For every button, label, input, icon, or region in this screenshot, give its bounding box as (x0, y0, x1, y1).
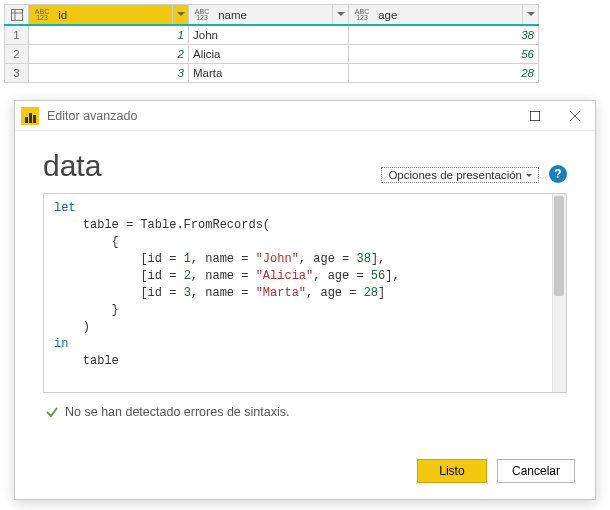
done-button[interactable]: Listo (417, 459, 487, 483)
display-options-label: Opciones de presentación (388, 169, 522, 181)
syntax-status: No se han detectado errores de sintaxis. (45, 405, 567, 419)
column-filter-dropdown[interactable] (332, 5, 348, 24)
cell-age[interactable]: 38 (349, 25, 539, 45)
cancel-button[interactable]: Cancelar (497, 459, 575, 483)
check-icon (45, 405, 59, 419)
row-number: 3 (5, 63, 29, 82)
scrollbar-thumb[interactable] (554, 196, 564, 296)
scrollbar-track[interactable] (552, 194, 566, 392)
table-icon (11, 9, 23, 21)
table-row[interactable]: 1 1 John 38 (5, 25, 539, 45)
cell-name[interactable]: John (189, 25, 349, 45)
close-icon (570, 111, 580, 121)
cell-id[interactable]: 2 (29, 44, 189, 63)
select-all-corner[interactable] (5, 5, 29, 25)
row-number: 2 (5, 44, 29, 63)
data-grid: ABC 123 id ABC 123 name ABC 123 age 1 1 … (4, 4, 539, 83)
type-icon: ABC 123 (191, 9, 213, 21)
help-icon[interactable]: ? (549, 165, 567, 183)
close-button[interactable] (555, 101, 595, 131)
type-icon: ABC 123 (31, 9, 53, 21)
column-label: name (216, 9, 247, 21)
column-label: age (376, 9, 397, 21)
cell-age[interactable]: 28 (349, 63, 539, 82)
table-row[interactable]: 2 2 Alicia 56 (5, 44, 539, 63)
svg-rect-3 (531, 111, 540, 120)
code-editor[interactable]: let table = Table.FromRecords( { [id = 1… (43, 193, 567, 393)
type-icon: ABC 123 (351, 9, 373, 21)
column-filter-dropdown[interactable] (172, 5, 188, 24)
cell-name[interactable]: Marta (189, 63, 349, 82)
cell-id[interactable]: 3 (29, 63, 189, 82)
column-header-name[interactable]: ABC 123 name (189, 5, 349, 25)
code-content[interactable]: let table = Table.FromRecords( { [id = 1… (44, 194, 566, 376)
cell-name[interactable]: Alicia (189, 44, 349, 63)
window-title: Editor avanzado (47, 109, 515, 123)
column-label: id (56, 9, 67, 21)
row-number: 1 (5, 25, 29, 45)
query-name-heading: data (43, 149, 381, 183)
advanced-editor-dialog: Editor avanzado data Opciones de present… (14, 100, 596, 500)
syntax-status-text: No se han detectado errores de sintaxis. (65, 405, 289, 419)
table-row[interactable]: 3 3 Marta 28 (5, 63, 539, 82)
cell-age[interactable]: 56 (349, 44, 539, 63)
svg-rect-0 (11, 10, 22, 21)
cell-id[interactable]: 1 (29, 25, 189, 45)
maximize-icon (530, 111, 540, 121)
column-header-age[interactable]: ABC 123 age (349, 5, 539, 25)
display-options-dropdown[interactable]: Opciones de presentación (381, 167, 539, 183)
titlebar[interactable]: Editor avanzado (15, 101, 595, 131)
app-icon (21, 107, 39, 125)
column-filter-dropdown[interactable] (522, 5, 538, 24)
column-header-id[interactable]: ABC 123 id (29, 5, 189, 25)
maximize-button[interactable] (515, 101, 555, 131)
